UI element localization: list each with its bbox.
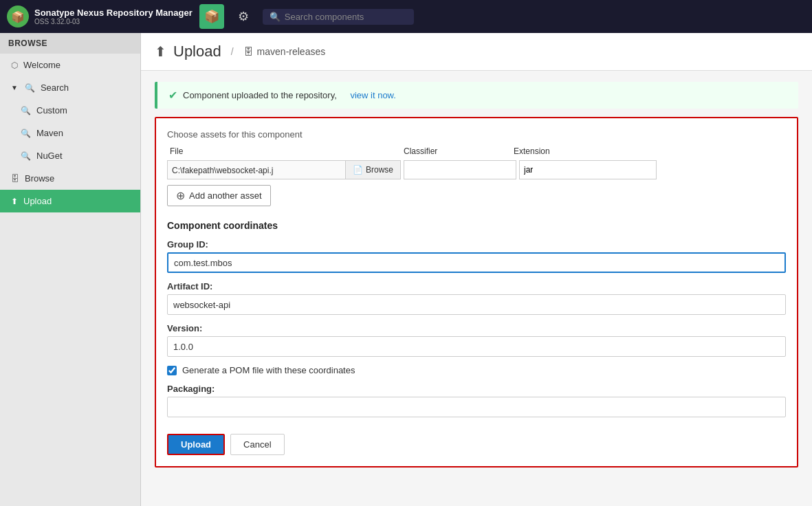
sidebar-item-label: Browse	[25, 173, 54, 184]
sidebar-item-maven[interactable]: 🔍 Maven	[0, 122, 140, 144]
action-buttons: Upload Cancel	[167, 428, 786, 455]
packaging-field: Packaging:	[167, 384, 786, 417]
search-icon: 🔍	[270, 12, 281, 22]
view-link[interactable]: view it now.	[350, 90, 395, 100]
pom-checkbox-row: Generate a POM file with these coordinat…	[167, 365, 786, 375]
browse-button[interactable]: 📄 Browse	[345, 160, 401, 179]
artifact-id-field: Artifact ID:	[167, 281, 786, 315]
version-input[interactable]	[167, 336, 786, 357]
database-icon: 🗄	[11, 174, 19, 184]
topbar: 📦 Sonatype Nexus Repository Manager OSS …	[0, 0, 812, 33]
sidebar-item-label: Custom	[36, 105, 67, 116]
sidebar-item-nuget[interactable]: 🔍 NuGet	[0, 144, 140, 167]
col-classifier-header: Classifier	[401, 146, 511, 156]
hexagon-icon: ⬡	[11, 60, 18, 70]
classifier-input[interactable]	[404, 160, 516, 179]
upload-icon: ⬆	[11, 197, 18, 206]
repo-name: maven-releases	[257, 46, 326, 57]
success-icon: ✔	[168, 89, 177, 102]
group-id-label: Group ID:	[167, 239, 786, 250]
upload-header-icon: ⬆	[155, 43, 166, 60]
sidebar: Browse ⬡ Welcome ▼ 🔍 Search 🔍 Custom 🔍 M…	[0, 33, 141, 506]
file-input-area: C:\fakepath\websocket-api.j 📄 Browse	[167, 160, 401, 179]
nav-icon[interactable]: 📦	[199, 4, 224, 29]
page-title: Upload	[173, 43, 221, 60]
sidebar-item-search[interactable]: ▼ 🔍 Search	[0, 76, 140, 99]
settings-icon[interactable]: ⚙	[231, 4, 256, 29]
col-extension-header: Extension	[511, 146, 648, 156]
search-icon: 🔍	[25, 83, 35, 93]
sidebar-item-custom[interactable]: 🔍 Custom	[0, 99, 140, 122]
packaging-label: Packaging:	[167, 384, 786, 394]
version-field: Version:	[167, 323, 786, 357]
add-asset-label: Add another asset	[189, 190, 262, 201]
sidebar-section-header: Browse	[0, 33, 140, 54]
browse-icon: 📄	[353, 165, 363, 175]
upload-button[interactable]: Upload	[167, 434, 225, 455]
breadcrumb-repo: 🗄 maven-releases	[243, 46, 326, 57]
success-banner: ✔ Component uploaded to the repository, …	[155, 82, 798, 109]
sidebar-item-label: Welcome	[23, 60, 61, 70]
search-bar: 🔍	[263, 9, 414, 25]
search-icon: 🔍	[21, 151, 31, 161]
add-icon: ⊕	[176, 189, 185, 202]
artifact-id-input[interactable]	[167, 294, 786, 315]
group-id-input[interactable]	[167, 252, 786, 273]
section-label: Choose assets for this component	[167, 129, 786, 140]
main-content: ⬆ Upload / 🗄 maven-releases ✔ Component …	[141, 33, 812, 506]
coord-section-title: Component coordinates	[167, 217, 786, 231]
brand: 📦 Sonatype Nexus Repository Manager OSS …	[7, 6, 193, 28]
col-file-header: File	[167, 146, 401, 156]
form-container: Choose assets for this component File Cl…	[155, 117, 798, 468]
version-label: Version:	[167, 323, 786, 333]
pom-checkbox-label: Generate a POM file with these coordinat…	[182, 365, 355, 375]
search-icon: 🔍	[21, 106, 31, 116]
search-input[interactable]	[285, 12, 395, 22]
extension-input[interactable]	[519, 160, 657, 179]
artifact-id-label: Artifact ID:	[167, 281, 786, 292]
brand-icon: 📦	[7, 6, 29, 28]
search-icon: 🔍	[21, 129, 31, 138]
group-id-field: Group ID:	[167, 239, 786, 273]
file-path-display: C:\fakepath\websocket-api.j	[167, 160, 345, 179]
brand-version: OSS 3.32.0-03	[34, 18, 193, 25]
layout: Browse ⬡ Welcome ▼ 🔍 Search 🔍 Custom 🔍 M…	[0, 33, 812, 506]
success-message: Component uploaded to the repository,	[183, 90, 337, 100]
sidebar-item-welcome[interactable]: ⬡ Welcome	[0, 54, 140, 76]
repo-icon: 🗄	[243, 46, 253, 57]
sidebar-item-browse[interactable]: 🗄 Browse	[0, 167, 140, 190]
sidebar-item-label: Search	[41, 82, 69, 93]
sidebar-item-label: NuGet	[36, 151, 63, 161]
add-asset-button[interactable]: ⊕ Add another asset	[167, 185, 271, 206]
brand-title: Sonatype Nexus Repository Manager	[34, 8, 193, 18]
asset-row: C:\fakepath\websocket-api.j 📄 Browse	[167, 160, 786, 179]
brand-text: Sonatype Nexus Repository Manager OSS 3.…	[34, 8, 193, 25]
browse-label: Browse	[366, 165, 393, 175]
breadcrumb-separator: /	[231, 46, 234, 57]
asset-table-header: File Classifier Extension	[167, 146, 786, 156]
packaging-input[interactable]	[167, 397, 786, 417]
sidebar-item-label: Upload	[23, 196, 52, 206]
sidebar-item-upload[interactable]: ⬆ Upload	[0, 190, 140, 212]
sidebar-item-label: Maven	[36, 128, 63, 138]
cancel-button[interactable]: Cancel	[230, 434, 284, 455]
page-header: ⬆ Upload / 🗄 maven-releases	[141, 33, 812, 71]
pom-checkbox[interactable]	[167, 366, 177, 375]
expand-icon: ▼	[11, 84, 18, 91]
